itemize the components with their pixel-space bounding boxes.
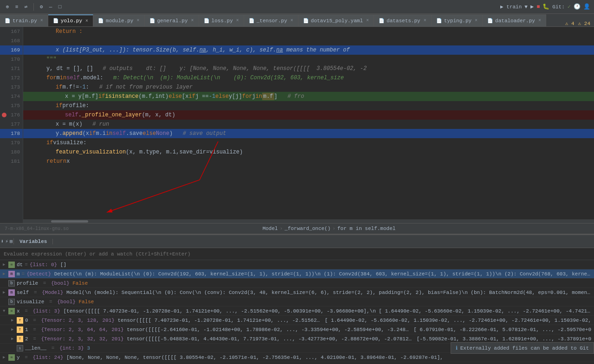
var-name-x1: 1	[25, 327, 28, 332]
var-value-x: [tensor([[[[ 7.40723e-01, -1.20728e-01, …	[60, 308, 591, 314]
var-expand-dt[interactable]: ▶	[3, 262, 8, 267]
notification-icon: ℹ	[456, 345, 458, 351]
breadcrumb-for-loop[interactable]: for m in self.model	[337, 226, 395, 231]
line-num-176: 176	[0, 110, 23, 120]
var-row-self[interactable]: ▶ m self = {Model} Model(\n (model): Seq…	[0, 288, 594, 297]
tab-yaml[interactable]: 📄 dotav15_poly.yaml ×	[298, 14, 374, 26]
var-row-x[interactable]: ▼ = x = {list: 3} [tensor([[[[ 7.40723e-…	[0, 307, 594, 316]
tab-loss-py[interactable]: 📄 loss.py ×	[199, 14, 244, 26]
watch-input-field[interactable]	[4, 251, 590, 257]
tab-icon-datasets: 📄	[379, 18, 384, 24]
tab-icon-loss: 📄	[204, 18, 209, 24]
line-num-178: 178	[0, 129, 23, 138]
tab-close-train[interactable]: ×	[40, 18, 43, 23]
tab-close-datasets[interactable]: ×	[424, 18, 426, 23]
tab-train-py[interactable]: 📄 train.py ×	[0, 14, 48, 26]
breadcrumb-forward-once[interactable]: _forward_once()	[284, 226, 330, 231]
var-row-m[interactable]: ▶ m m = {Detect} Detect(\n (m): ModuleLi…	[0, 269, 594, 279]
code-line-176: self . _profile_one_layer (m, x, dt)	[23, 110, 594, 120]
line-num-175: 175	[0, 101, 23, 110]
var-icon-profile: b	[8, 280, 15, 287]
code-editor[interactable]: Return : x (list[P3_out, ...]): tensor.S…	[23, 27, 594, 223]
var-eq-dt: =	[25, 262, 28, 268]
breadcrumb-model[interactable]: Model	[263, 226, 278, 231]
run-dropdown[interactable]: ▼	[524, 4, 528, 10]
tab-close-general[interactable]: ×	[191, 18, 194, 23]
error-badge: ⚠ 24	[578, 20, 590, 26]
line-num-169: 169◀	[0, 45, 23, 55]
panel-icon-1[interactable]: ⬇	[1, 238, 4, 244]
var-type-y: {list: 24}	[30, 355, 64, 360]
var-row-y[interactable]: ▶ = y = {list: 24} [None, None, None, No…	[0, 353, 594, 362]
watch-input-row[interactable]	[0, 248, 594, 260]
var-value-dt: []	[57, 262, 66, 268]
icon-minimize[interactable]: —	[47, 3, 54, 11]
var-icon-y: =	[8, 354, 15, 361]
var-value-self: Model(\n (model): Sequential(\n (0): Con…	[63, 290, 591, 295]
h-scrollbar[interactable]	[23, 219, 594, 223]
tab-dataloader-py[interactable]: 📄 dataloader.py ×	[483, 14, 546, 26]
icon-debug[interactable]: 🐛	[542, 3, 549, 10]
tab-general-py[interactable]: 📄 general.py ×	[145, 14, 199, 26]
var-row-x-1[interactable]: ▶ T 1 = {Tensor: 2, 3, 64, 64, 201} tens…	[0, 325, 594, 334]
tab-label-tensor: _tensor.py	[257, 18, 287, 24]
icon-stop[interactable]: ■	[536, 4, 540, 10]
tab-close-yolo[interactable]: ×	[85, 19, 88, 24]
var-eq-x1: =	[30, 327, 36, 332]
var-type-dt: {list: 0}	[30, 262, 57, 268]
notification-bar: ℹ Externally added files can be added to…	[451, 342, 594, 354]
var-name-y: y	[17, 355, 20, 360]
var-icon-dt: =	[8, 262, 15, 268]
var-expand-y[interactable]: ▶	[3, 355, 8, 360]
var-extra-x0: [ 1.64490e-02, -5.63660e-02, 1.15039e-02…	[325, 318, 591, 323]
icon-maximize[interactable]: □	[56, 3, 64, 11]
var-expand-x[interactable]: ▼	[3, 309, 8, 313]
var-row-dt[interactable]: ▶ = dt = {list: 0} []	[0, 260, 594, 269]
var-expand-x0[interactable]: ▶	[11, 318, 17, 323]
panel-icon-3[interactable]: ⊞	[10, 238, 13, 244]
tab-close-module[interactable]: ×	[136, 18, 139, 23]
var-name-visualize: visualize	[17, 299, 44, 305]
breakpoint-176[interactable]	[2, 113, 6, 117]
var-icon-x2: T	[17, 336, 23, 342]
var-icon-self: m	[8, 289, 15, 296]
tab-close-dataloader[interactable]: ×	[538, 18, 541, 23]
tab-yolo-py[interactable]: 📄 yolo.py ×	[48, 14, 93, 26]
icon-settings[interactable]: ⚙	[38, 3, 45, 11]
tab-close-loss[interactable]: ×	[236, 18, 239, 23]
var-value-x1: tensor([[[[-2.64160e-01, -1.02148e+00, 1…	[124, 327, 412, 332]
var-value-m: Detect(\n (m): ModuleList(\n (0): Conv2d…	[51, 271, 591, 277]
tab-module-py[interactable]: 📄 module.py ×	[93, 14, 144, 26]
var-type-visualize: {bool}	[54, 299, 76, 305]
tab-close-tensor[interactable]: ×	[291, 18, 293, 23]
tab-typing-py[interactable]: 📄 typing.py ×	[432, 14, 483, 26]
tab-datasets-py[interactable]: 📄 datasets.py ×	[374, 14, 432, 26]
var-expand-self[interactable]: ▶	[3, 290, 8, 295]
icon-split[interactable]: ⇌	[22, 3, 30, 11]
icon-list[interactable]: ≡	[13, 3, 20, 11]
icon-run[interactable]: ▶	[530, 3, 534, 10]
var-row-x-0[interactable]: ▶ T 0 = {Tensor: 2, 3, 128, 201} tensor(…	[0, 316, 594, 325]
git-label: Git:	[552, 4, 564, 10]
var-expand-x2[interactable]: ▶	[11, 336, 17, 341]
var-row-visualize[interactable]: b visualize = {bool} False	[0, 297, 594, 307]
panel-icon-2[interactable]: ⚡	[5, 238, 8, 244]
breadcrumb-bar: 7-m-x86_64-linux-gnu.so Model › _forward…	[0, 223, 594, 234]
tab-close-typing[interactable]: ×	[475, 18, 478, 23]
line-number-gutter: 167 168 169◀ 170 171 172◀ 173 174 175 17…	[0, 27, 23, 223]
var-expand-m[interactable]: ▶	[3, 271, 8, 276]
tab-close-yaml[interactable]: ×	[366, 18, 369, 23]
tab-label-yaml: dotav15_poly.yaml	[311, 18, 363, 24]
tab-tensor-py[interactable]: 📄 _tensor.py ×	[244, 14, 298, 26]
tab-label-typing: typing.py	[444, 18, 471, 24]
code-line-178: y. append (x if m.i in self .save else N…	[23, 129, 594, 138]
var-expand-x1[interactable]: ▶	[11, 327, 17, 332]
tab-label-train: train.py	[13, 18, 37, 24]
var-row-profile[interactable]: b profile = {bool} False	[0, 279, 594, 288]
line-num-171: 171	[0, 64, 23, 73]
icon-cross[interactable]: ⊕	[4, 3, 11, 11]
h-scrollbar-thumb[interactable]	[51, 220, 88, 223]
line-num-174: 174	[0, 92, 23, 101]
var-value-y: [None, None, None, None, tensor([[[[ 3.8…	[63, 355, 591, 360]
icon-checkmark[interactable]: ✓	[568, 3, 571, 10]
